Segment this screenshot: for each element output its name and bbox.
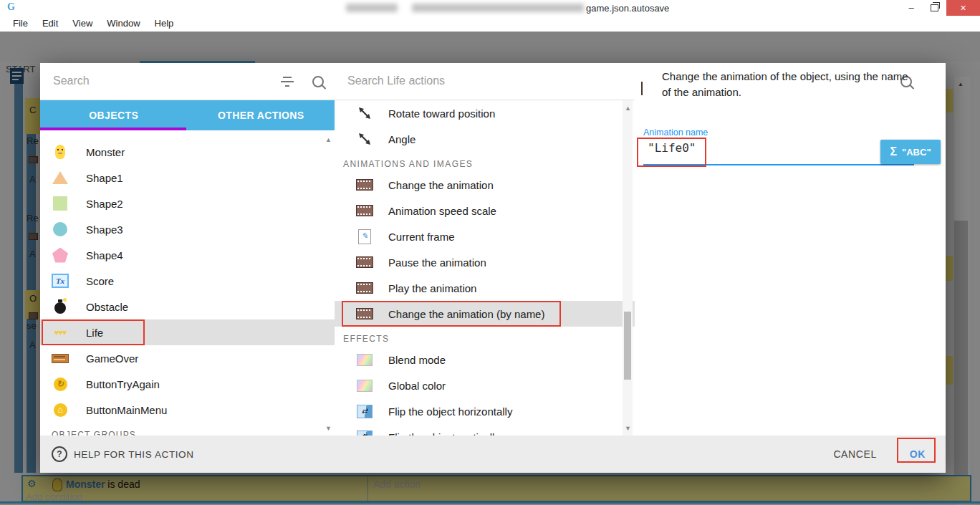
object-label: Monster [86, 146, 125, 158]
search-icon [312, 76, 324, 87]
action-label: Global color [388, 380, 446, 392]
object-row-gameover[interactable]: GameOver [40, 345, 335, 371]
filter-icon[interactable] [281, 81, 294, 82]
action-row[interactable]: Animation speed scale [335, 198, 635, 223]
home-button-icon: ⌂ [52, 403, 69, 417]
scroll-up-icon[interactable]: ▲ [625, 105, 631, 112]
animation-name-label: Animation name [643, 128, 708, 138]
actions-section-header: ANIMATIONS AND IMAGES [335, 152, 635, 172]
object-tabs: OBJECTS OTHER ACTIONS [40, 100, 335, 130]
actions-scrollbar[interactable] [623, 100, 633, 436]
ok-button[interactable]: OK [910, 448, 926, 460]
help-label: HELP FOR THIS ACTION [74, 449, 194, 460]
rotate-arrow-icon [356, 106, 373, 120]
help-icon: ? [52, 446, 67, 462]
actions-search-input[interactable] [346, 74, 549, 88]
menu-window[interactable]: Window [100, 16, 147, 32]
film-strip-icon [356, 282, 373, 294]
object-label: Shape2 [86, 198, 123, 210]
action-label: Change the animation (by name) [388, 308, 544, 320]
action-label: Blend mode [388, 354, 446, 366]
objects-search-bar [40, 63, 335, 100]
action-row[interactable]: Global color [335, 372, 635, 398]
scroll-up-icon[interactable]: ▲ [325, 136, 332, 143]
menu-view[interactable]: View [65, 16, 100, 32]
gameover-banner-icon [52, 354, 69, 363]
film-strip-icon [356, 256, 373, 268]
film-strip-icon [641, 82, 643, 95]
frame-pencil-icon [356, 229, 373, 244]
hearts-object-icon: ♥♥♥ [52, 328, 69, 337]
film-strip-icon [356, 308, 373, 319]
cancel-button[interactable]: CANCEL [833, 448, 876, 460]
film-strip-icon [356, 205, 373, 216]
help-link[interactable]: ? HELP FOR THIS ACTION [52, 446, 194, 462]
action-label: Angle [388, 133, 415, 145]
object-row-score[interactable]: Score [40, 268, 335, 294]
action-row[interactable]: Blend mode [335, 347, 635, 372]
object-label: Shape4 [86, 249, 123, 261]
menu-file[interactable]: File [6, 16, 35, 32]
minimize-button[interactable]: – [899, 0, 923, 16]
field-underline [643, 164, 914, 165]
film-strip-icon [356, 179, 373, 191]
action-label: Animation speed scale [388, 205, 496, 217]
action-row[interactable]: Flip the object vertically [335, 424, 635, 436]
expression-editor-button[interactable]: Σ "ABC" [880, 140, 941, 164]
action-label: Pause the animation [388, 256, 486, 269]
action-label: Play the animation [388, 282, 476, 294]
action-row[interactable]: Flip the object horizontally [335, 398, 635, 424]
object-row-shape1[interactable]: Shape1 [40, 165, 335, 191]
tab-other-actions[interactable]: OTHER ACTIONS [188, 100, 335, 130]
instruction-editor-dialog: OBJECTS OTHER ACTIONS Monster Shape1 Sha… [40, 63, 946, 473]
object-row-shape3[interactable]: Shape3 [40, 216, 335, 242]
action-label: Rotate toward position [388, 107, 495, 120]
restore-button[interactable] [923, 0, 946, 16]
object-row-shape4[interactable]: Shape4 [40, 242, 335, 268]
color-palette-icon [356, 380, 373, 392]
pentagon-object-icon [52, 248, 69, 263]
action-row[interactable]: Current frame [335, 223, 635, 249]
object-label: ButtonMainMenu [86, 404, 167, 416]
abc-label: "ABC" [902, 147, 931, 158]
scrollbar-thumb[interactable] [624, 312, 631, 380]
object-label: ButtonTryAgain [86, 378, 160, 390]
title-bar: G game.json.autosave – × [0, 0, 980, 16]
object-row-obstacle[interactable]: Obstacle [40, 294, 335, 319]
flip-horizontal-icon [356, 405, 373, 418]
menu-edit[interactable]: Edit [35, 16, 65, 32]
action-label: Current frame [388, 231, 455, 243]
flip-vertical-icon [356, 431, 373, 436]
objects-search-input[interactable] [52, 74, 255, 88]
window-title: game.json.autosave [586, 3, 669, 14]
action-row[interactable]: Play the animation [335, 275, 635, 301]
actions-section-header: EFFECTS [335, 327, 635, 347]
object-label: Shape1 [86, 172, 123, 184]
scroll-down-icon[interactable]: ▼ [325, 425, 332, 432]
scroll-down-icon[interactable]: ▼ [625, 425, 631, 432]
redacted-title-segment [412, 4, 584, 12]
action-row[interactable]: Pause the animation [335, 249, 635, 275]
triangle-object-icon [52, 171, 69, 184]
action-row[interactable]: Rotate toward position [335, 100, 635, 126]
gdevelop-logo-icon: G [7, 1, 15, 13]
square-object-icon [52, 196, 69, 211]
object-row-buttonmainmenu[interactable]: ⌂ ButtonMainMenu [40, 397, 335, 423]
menu-help[interactable]: Help [148, 16, 181, 32]
bomb-object-icon [52, 299, 69, 314]
object-row-life-selected[interactable]: ♥♥♥ Life [40, 319, 335, 345]
object-row-shape2[interactable]: Shape2 [40, 191, 335, 216]
action-row-change-animation-by-name-selected[interactable]: Change the animation (by name) [335, 301, 635, 327]
close-button[interactable]: × [946, 0, 980, 16]
action-row[interactable]: Angle [335, 126, 635, 152]
animation-name-input[interactable] [646, 140, 864, 155]
action-row[interactable]: Change the animation [335, 172, 635, 198]
tab-objects[interactable]: OBJECTS [40, 100, 188, 130]
object-row-monster[interactable]: Monster [40, 139, 335, 165]
object-row-buttontryagain[interactable]: ↻ ButtonTryAgain [40, 371, 335, 397]
action-label: Flip the object horizontally [388, 405, 512, 418]
action-description: Change the animation of the object, usin… [662, 69, 917, 100]
sigma-icon: Σ [890, 145, 897, 158]
objects-list: Monster Shape1 Shape2 Shape3 Shape4 Scor… [40, 130, 335, 436]
object-label: Score [86, 275, 114, 287]
